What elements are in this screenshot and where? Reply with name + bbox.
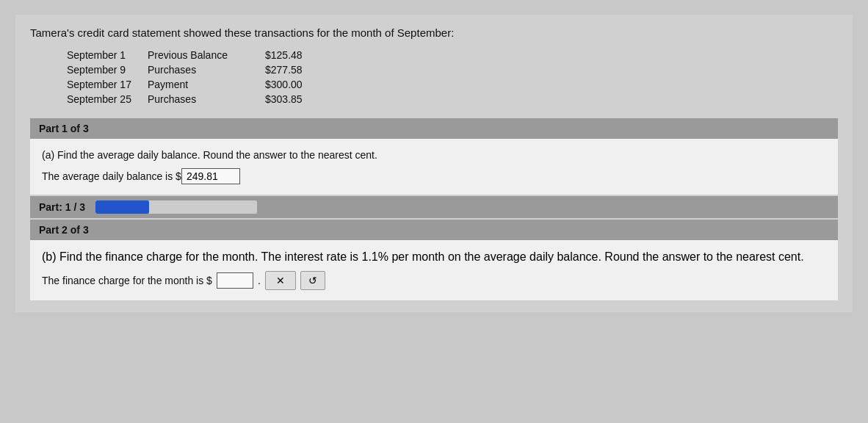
undo-button[interactable]: ↺: [300, 271, 325, 290]
table-row: September 1 Previous Balance $125.48: [67, 49, 838, 61]
part2-answer-line: The finance charge for the month is $ . …: [42, 271, 826, 290]
part1-body: (a) Find the average daily balance. Roun…: [30, 139, 838, 195]
main-container: Tamera's credit card statement showed th…: [15, 15, 853, 312]
table-row: September 25 Purchases $303.85: [67, 93, 838, 105]
progress-section: Part: 1 / 3: [30, 196, 838, 218]
part2-answer-input[interactable]: [217, 272, 253, 289]
part1-question: (a) Find the average daily balance. Roun…: [42, 149, 826, 161]
part1-header: Part 1 of 3: [30, 118, 838, 139]
transaction-amount-1: $125.48: [265, 49, 324, 61]
transaction-date-4: September 25: [67, 93, 148, 105]
transaction-amount-2: $277.58: [265, 64, 324, 76]
transaction-date-2: September 9: [67, 64, 148, 76]
progress-bar-fill: [95, 200, 149, 214]
part1-answer-input[interactable]: [181, 168, 240, 184]
part2-body: (b) Find the finance charge for the mont…: [30, 240, 838, 300]
part1-answer-prefix: The average daily balance is $: [42, 170, 181, 182]
part1-header-label: Part 1 of 3: [39, 123, 89, 134]
part2-question: (b) Find the finance charge for the mont…: [42, 250, 826, 264]
transaction-type-2: Purchases: [148, 64, 265, 76]
part2-answer-prefix: The finance charge for the month is $: [42, 275, 212, 286]
part1-answer-line: The average daily balance is $: [42, 168, 826, 184]
part2-header-label: Part 2 of 3: [39, 224, 89, 236]
progress-label: Part: 1 / 3: [39, 201, 85, 213]
clear-button[interactable]: ✕: [265, 271, 296, 290]
progress-bar-container: [95, 200, 257, 214]
part2-header: Part 2 of 3: [30, 220, 838, 240]
transaction-type-4: Purchases: [148, 93, 265, 105]
dot-separator: .: [258, 275, 261, 286]
transaction-type-1: Previous Balance: [148, 49, 265, 61]
transaction-amount-4: $303.85: [265, 93, 324, 105]
transaction-type-3: Payment: [148, 79, 265, 90]
table-row: September 17 Payment $300.00: [67, 79, 838, 90]
intro-text: Tamera's credit card statement showed th…: [30, 26, 838, 39]
transaction-date-3: September 17: [67, 79, 148, 90]
table-row: September 9 Purchases $277.58: [67, 64, 838, 76]
transaction-amount-3: $300.00: [265, 79, 324, 90]
transaction-date-1: September 1: [67, 49, 148, 61]
transactions-table: September 1 Previous Balance $125.48 Sep…: [67, 49, 838, 105]
